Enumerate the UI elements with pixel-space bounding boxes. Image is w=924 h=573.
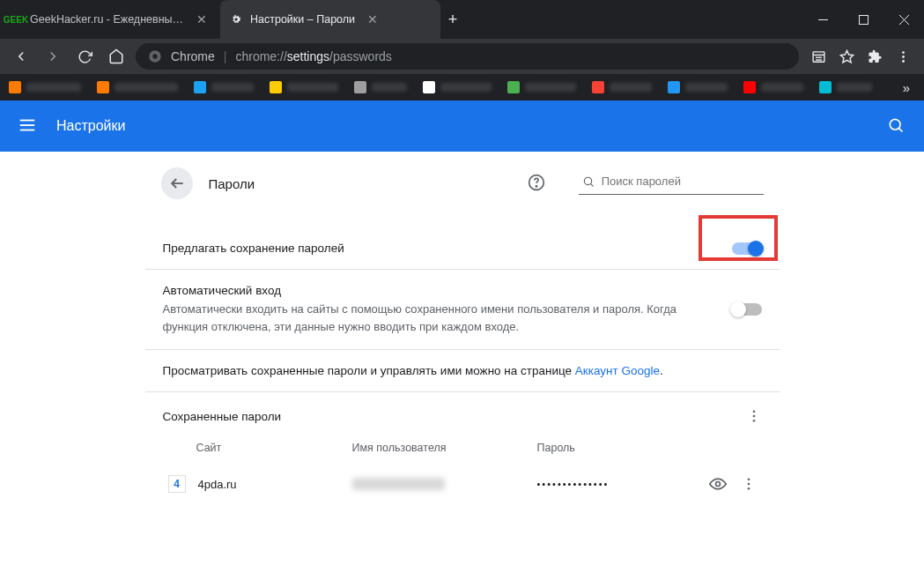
settings-title: Настройки — [56, 118, 125, 134]
svg-point-17 — [890, 119, 900, 130]
bookmark-item[interactable] — [270, 81, 338, 93]
svg-point-30 — [747, 487, 750, 490]
password-row: 4 4pda.ru •••••••••••••• — [145, 466, 780, 502]
reload-button[interactable] — [72, 44, 97, 69]
settings-header: Настройки — [0, 100, 924, 152]
svg-line-23 — [590, 183, 593, 186]
chrome-label: Chrome — [171, 49, 215, 63]
svg-point-29 — [747, 483, 750, 486]
bookmarks-overflow-icon[interactable]: » — [903, 80, 915, 95]
close-window-button[interactable] — [883, 0, 924, 39]
header-search-icon[interactable] — [887, 116, 906, 136]
manage-link-row: Просматривать сохраненные пароли и управ… — [145, 349, 780, 391]
password-cell: •••••••••••••• — [537, 479, 709, 489]
svg-line-18 — [898, 128, 902, 131]
manage-text: Просматривать сохраненные пароли и управ… — [163, 364, 663, 377]
svg-point-5 — [152, 54, 157, 58]
offer-save-row: Предлагать сохранение паролей — [145, 227, 780, 269]
reading-list-icon[interactable] — [806, 44, 831, 69]
col-pass: Пароль — [537, 442, 762, 454]
row-more-icon[interactable] — [741, 476, 762, 492]
minimize-button[interactable] — [802, 0, 843, 39]
bookmark-item[interactable] — [97, 81, 178, 93]
maximize-button[interactable] — [843, 0, 883, 39]
bookmark-item[interactable] — [819, 81, 872, 93]
page-body[interactable]: Пароли Предлагать сохранение паролей — [0, 152, 924, 573]
auto-signin-toggle[interactable] — [732, 303, 762, 316]
svg-point-22 — [584, 177, 591, 184]
settings-card: Пароли Предлагать сохранение паролей — [145, 160, 780, 573]
back-button[interactable] — [9, 44, 33, 69]
forward-button[interactable] — [41, 44, 65, 69]
bookmark-item[interactable] — [194, 81, 254, 93]
bookmark-item[interactable] — [592, 81, 652, 93]
new-tab-button[interactable]: + — [440, 0, 465, 39]
show-password-icon[interactable] — [709, 475, 741, 493]
bookmark-star-icon[interactable] — [834, 44, 859, 69]
bookmark-item[interactable] — [9, 81, 81, 93]
chrome-icon — [148, 49, 162, 63]
hamburger-icon[interactable] — [18, 115, 39, 137]
tab-0[interactable]: GEEK GeekHacker.ru - Ежедневный жу ✕ — [0, 0, 220, 39]
address-bar: Chrome | chrome://settings/passwords — [0, 39, 924, 74]
favicon-0: GEEK — [9, 12, 23, 26]
back-arrow-button[interactable] — [161, 167, 193, 199]
titlebar: GEEK GeekHacker.ru - Ежедневный жу ✕ Нас… — [0, 0, 924, 39]
username-cell — [352, 478, 537, 490]
saved-passwords-title: Сохраненные пароли — [163, 410, 282, 423]
svg-point-24 — [752, 410, 755, 413]
tab-1[interactable]: Настройки – Пароли ✕ — [220, 0, 440, 39]
card-header: Пароли — [145, 160, 780, 206]
window-controls — [802, 0, 924, 39]
tab-0-title: GeekHacker.ru - Ежедневный жу — [30, 13, 184, 26]
extensions-icon[interactable] — [862, 44, 887, 69]
menu-icon[interactable] — [891, 44, 915, 69]
bookmark-item[interactable] — [668, 81, 728, 93]
col-site: Сайт — [163, 442, 352, 454]
offer-save-title: Предлагать сохранение паролей — [163, 242, 732, 255]
section-more-icon[interactable] — [746, 408, 762, 424]
search-passwords[interactable] — [579, 173, 764, 195]
content: Настройки Пароли — [0, 100, 924, 573]
google-account-link[interactable]: Аккаунт Google — [575, 364, 660, 377]
bookmark-item[interactable] — [507, 81, 576, 93]
home-button[interactable] — [104, 44, 129, 69]
bookmark-item[interactable] — [743, 81, 803, 93]
bookmark-item[interactable] — [354, 81, 407, 93]
site-name: 4pda.ru — [198, 478, 237, 491]
svg-marker-10 — [840, 50, 853, 62]
search-input[interactable] — [602, 175, 760, 188]
svg-point-11 — [902, 51, 905, 54]
auto-signin-subtitle: Автоматически входить на сайты с помощью… — [163, 301, 700, 335]
tab-1-close[interactable]: ✕ — [367, 12, 378, 26]
svg-point-28 — [747, 478, 750, 480]
gear-icon — [229, 12, 243, 26]
column-headers: Сайт Имя пользователя Пароль — [145, 433, 780, 466]
bookmark-item[interactable] — [423, 81, 492, 93]
col-user: Имя пользователя — [352, 442, 537, 454]
site-cell[interactable]: 4 4pda.ru — [163, 475, 352, 493]
svg-point-26 — [752, 420, 755, 422]
offer-save-toggle[interactable] — [732, 242, 762, 255]
svg-point-27 — [715, 482, 720, 487]
site-favicon: 4 — [168, 475, 186, 493]
svg-point-13 — [902, 60, 905, 63]
omnibox[interactable]: Chrome | chrome://settings/passwords — [136, 43, 799, 70]
page-title: Пароли — [209, 176, 255, 191]
svg-point-25 — [752, 415, 755, 418]
search-icon — [582, 175, 595, 189]
svg-point-21 — [536, 186, 536, 187]
tab-1-title: Настройки – Пароли — [250, 13, 355, 26]
auto-signin-title: Автоматический вход — [163, 284, 732, 297]
omnibox-separator: | — [224, 49, 227, 63]
tab-0-close[interactable]: ✕ — [196, 12, 207, 26]
url-text: chrome://settings/passwords — [235, 49, 391, 63]
bookmarks-bar: » — [0, 74, 924, 100]
auto-signin-row: Автоматический вход Автоматически входит… — [145, 269, 780, 349]
svg-rect-1 — [859, 15, 868, 24]
svg-point-12 — [902, 56, 905, 58]
saved-passwords-header: Сохраненные пароли — [145, 391, 780, 433]
help-icon[interactable] — [528, 174, 547, 193]
